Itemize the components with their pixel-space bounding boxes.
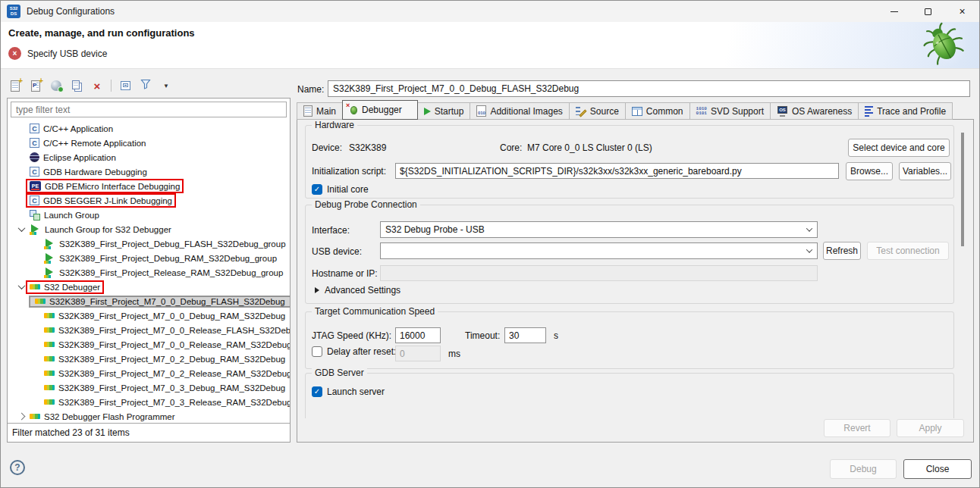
advanced-settings-label: Advanced Settings — [325, 285, 400, 296]
filter-button[interactable] — [139, 79, 152, 92]
tree-item[interactable]: PEGDB PEMicro Interface Debugging — [8, 179, 290, 193]
tree-item-label-wrap[interactable]: CGDB Hardware Debugging — [27, 166, 149, 177]
tree-item[interactable]: S32 Debugger — [8, 280, 290, 294]
tree-item-label-wrap[interactable]: CC/C++ Remote Application — [27, 137, 149, 149]
tree-item[interactable]: Eclipse Application — [8, 150, 290, 164]
close-button[interactable]: Close — [903, 459, 972, 479]
tree-item-label-wrap[interactable]: S32K389_First_Project_M7_0_2_Release_RAM… — [42, 368, 290, 379]
tree-item[interactable]: S32K389_First_Project_Release_RAM_S32Deb… — [8, 265, 290, 280]
chevron-right-icon[interactable] — [15, 414, 27, 419]
tab-startup[interactable]: Startup — [418, 102, 471, 120]
tab-os-awareness[interactable]: OSOS Awareness — [771, 102, 859, 120]
init-script-input[interactable] — [395, 163, 839, 179]
tree-item[interactable]: CC/C++ Application — [8, 121, 290, 136]
tree-item-label-wrap[interactable]: Launch Group — [27, 209, 102, 221]
tree-item[interactable]: S32K389_First_Project_M7_0_3_Debug_RAM_S… — [8, 380, 290, 395]
nxp-launch-icon — [44, 239, 55, 249]
tree-item[interactable]: S32K389_First_Project_M7_0_2_Debug_RAM_S… — [8, 352, 290, 366]
tree-item-label-wrap[interactable]: S32K389_First_Project_Debug_RAM_S32Debug… — [42, 252, 279, 264]
tree-item-label-wrap[interactable]: S32K389_First_Project_M7_0_0_Release_RAM… — [42, 339, 290, 350]
tree-item[interactable]: S32K389_First_Project_M7_0_0_Debug_RAM_S… — [8, 308, 290, 323]
tree-item-label-wrap[interactable]: S32K389_First_Project_Release_RAM_S32Deb… — [42, 267, 285, 279]
chevron-down-icon[interactable] — [15, 284, 27, 289]
export-configurations-button[interactable] — [49, 79, 63, 92]
tree-item[interactable]: S32K389_First_Project_Debug_RAM_S32Debug… — [8, 251, 290, 265]
interface-select[interactable]: S32 Debug Probe - USB — [380, 221, 818, 238]
name-input[interactable] — [328, 80, 970, 97]
new-configuration-button[interactable]: + — [8, 79, 22, 92]
apply-button[interactable]: Apply — [897, 419, 964, 437]
delete-button[interactable]: × — [90, 79, 104, 92]
revert-button[interactable]: Revert — [824, 419, 890, 437]
variables-button[interactable]: Variables... — [899, 162, 951, 180]
nxp-icon — [44, 371, 55, 376]
tab-trace-and-profile[interactable]: Trace and Profile — [859, 102, 953, 120]
tree-item-label-wrap[interactable]: S32K389_First_Project_M7_0_3_Release_RAM… — [42, 397, 290, 408]
tab-source[interactable]: Source — [570, 102, 626, 120]
filter-menu-button[interactable]: ▼ — [159, 79, 173, 92]
interface-label: Interface: — [312, 225, 350, 236]
debug-button[interactable]: Debug — [830, 459, 897, 479]
tree-item[interactable]: S32K389_First_Project_M7_0_2_Release_RAM… — [8, 366, 290, 380]
select-device-and-core-button[interactable]: Select device and core — [848, 139, 950, 157]
tree-item-label-wrap[interactable]: PEGDB PEMicro Interface Debugging — [27, 180, 182, 192]
debug-configurations-dialog: S32 DS Debug Configurations × Create, ma… — [0, 0, 980, 488]
tree-item[interactable]: CC/C++ Remote Application — [8, 136, 290, 150]
tree-item[interactable]: Launch Group for S32 Debugger — [8, 222, 290, 236]
timeout-input[interactable] — [504, 327, 546, 343]
tree-item-label-wrap[interactable]: S32K389_First_Project_M7_0_2_Debug_RAM_S… — [42, 354, 287, 364]
tab-debugger[interactable]: ×Debugger — [342, 100, 418, 120]
chevron-down-icon[interactable] — [15, 227, 27, 232]
help-button[interactable]: ? — [10, 460, 25, 475]
tree-item[interactable]: S32K389_First_Project_Debug_FLASH_S32Deb… — [8, 236, 290, 251]
initial-core-checkbox[interactable]: ✓ — [312, 184, 322, 195]
close-window-button[interactable]: × — [945, 1, 979, 22]
tree-item-label-wrap[interactable]: Launch Group for S32 Debugger — [27, 224, 174, 236]
launch-server-label: Launch server — [327, 386, 385, 397]
debug-bug-logo — [919, 22, 969, 67]
minimize-button[interactable] — [877, 1, 911, 22]
tree-item-label-wrap[interactable]: CC/C++ Application — [27, 123, 115, 134]
tree-item-label-wrap[interactable]: Eclipse Application — [27, 152, 118, 163]
maximize-button[interactable] — [911, 1, 945, 22]
tree-item-label-wrap[interactable]: S32K389_First_Project_Debug_FLASH_S32Deb… — [42, 238, 288, 250]
delay-after-reset-checkbox[interactable] — [312, 346, 322, 357]
tab-additional-images[interactable]: 010Additional Images — [470, 102, 569, 120]
tree-item-label-wrap[interactable]: S32K389_First_Project_M7_0_0_Release_FLA… — [42, 325, 290, 336]
document-icon — [303, 105, 313, 117]
tree-item[interactable]: CGDB SEGGER J-Link Debugging — [8, 193, 290, 208]
tree-item-label-wrap[interactable]: S32 Debugger — [27, 282, 102, 292]
tree-item-label-wrap[interactable]: S32K389_First_Project_M7_0_3_Debug_RAM_S… — [42, 383, 287, 393]
tree-item[interactable]: S32 Debugger Flash Programmer — [8, 409, 290, 422]
launch-server-checkbox[interactable]: ✓ — [312, 386, 322, 397]
tab-main[interactable]: Main — [297, 102, 343, 120]
browse-button[interactable]: Browse... — [846, 162, 893, 180]
filter-input[interactable] — [11, 102, 287, 117]
tree-item[interactable]: Launch Group — [8, 208, 290, 222]
tree-item-label: GDB SEGGER J-Link Debugging — [43, 196, 172, 205]
vertical-scrollbar-thumb[interactable] — [961, 133, 964, 246]
tab-svd-support[interactable]: 10100101SVD Support — [690, 102, 771, 120]
app-icon-text-top: S32 — [10, 6, 18, 11]
tree-item[interactable]: S32K389_First_Project_M7_0_0_Release_FLA… — [8, 323, 290, 337]
tree-item-label-wrap[interactable]: S32K389_First_Project_M7_0_0_Debug_FLASH… — [30, 296, 290, 307]
tree-item[interactable]: S32K389_First_Project_M7_0_0_Release_RAM… — [8, 337, 290, 352]
advanced-settings-toggle[interactable]: Advanced Settings — [315, 285, 400, 296]
tree-item[interactable]: CGDB Hardware Debugging — [8, 164, 290, 179]
refresh-button[interactable]: Refresh — [823, 242, 861, 260]
duplicate-button[interactable] — [70, 79, 83, 92]
new-prototype-button[interactable]: P+ — [29, 79, 42, 92]
tree-item-label-wrap[interactable]: S32K389_First_Project_M7_0_0_Debug_RAM_S… — [42, 311, 287, 321]
tree-item[interactable]: S32K389_First_Project_M7_0_3_Release_RAM… — [8, 395, 290, 409]
jtag-speed-input[interactable] — [395, 327, 441, 343]
tab-common[interactable]: Common — [626, 102, 690, 120]
filter-icon — [140, 79, 151, 92]
tab-label: Common — [646, 106, 683, 117]
tree-item-label-wrap[interactable]: S32 Debugger Flash Programmer — [27, 411, 177, 422]
collapse-all-button[interactable] — [118, 79, 132, 92]
tree-item-label-wrap[interactable]: CGDB SEGGER J-Link Debugging — [27, 195, 174, 206]
usb-device-select[interactable] — [380, 242, 818, 259]
init-script-label: Initialization script: — [312, 166, 386, 177]
test-connection-button[interactable]: Test connection — [867, 242, 949, 260]
tree-item[interactable]: S32K389_First_Project_M7_0_0_Debug_FLASH… — [8, 294, 290, 308]
